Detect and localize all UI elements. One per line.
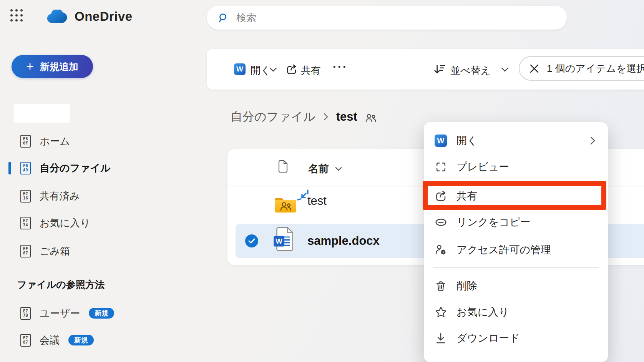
annotation-highlight-box — [423, 181, 606, 210]
shared-folder-icon — [274, 196, 297, 213]
new-badge: 新規 — [89, 308, 114, 319]
chevron-down-icon[interactable] — [501, 67, 509, 72]
app-launcher-waffle-icon[interactable] — [10, 9, 23, 22]
add-new-button[interactable]: + 新規追加 — [12, 55, 93, 78]
plus-icon: + — [26, 60, 34, 73]
recycle-bin-icon: EF87 — [20, 245, 31, 257]
sidebar-item-favorites[interactable]: E734 お気に入り — [0, 212, 90, 234]
onedrive-window: OneDrive + 新規追加 E80F ホーム F0A9 自分のファイル E7… — [0, 0, 644, 362]
context-menu: W 開く プレビュー 共有 — [424, 122, 608, 362]
more-actions-button[interactable]: ··· — [333, 60, 348, 73]
selected-check-icon[interactable] — [245, 234, 258, 247]
submenu-chevron-right-icon — [590, 136, 596, 145]
menu-divider — [433, 267, 599, 268]
menu-item-delete[interactable]: 削除 — [424, 273, 608, 299]
menu-item-open[interactable]: W 開く — [424, 128, 608, 154]
trash-icon — [434, 281, 448, 292]
menu-item-preview[interactable]: プレビュー — [424, 154, 608, 180]
word-file-icon: W — [273, 227, 294, 251]
people-nav-icon: E77B — [20, 307, 31, 320]
word-app-icon: W — [435, 135, 447, 147]
my-files-icon: F0A9 — [20, 162, 31, 174]
selection-count-text: 1 個のアイテムを選択 — [547, 62, 644, 75]
sidebar-item-people[interactable]: E77B ユーザー 新規 — [0, 302, 114, 324]
word-app-icon: W — [234, 63, 246, 75]
shared-icon: E716 — [20, 190, 31, 203]
app-title: OneDrive — [75, 9, 133, 24]
command-toolbar: W 開く 共有 ··· 並べ替え 1 個のアイテムを選択 — [207, 49, 644, 90]
menu-item-copy-link[interactable]: リンクをコピー — [424, 209, 608, 235]
onedrive-cloud-icon — [47, 10, 68, 23]
star-icon — [434, 306, 448, 318]
share-button[interactable]: 共有 — [301, 64, 321, 77]
name-column-header[interactable]: 名前 — [308, 162, 329, 176]
folder-row-name[interactable]: test — [307, 194, 327, 208]
home-icon: E80F — [20, 135, 31, 148]
preview-icon — [434, 161, 448, 173]
menu-item-favorite[interactable]: お気に入り — [424, 299, 608, 325]
chevron-down-icon[interactable] — [335, 167, 342, 171]
meetings-nav-icon: E787 — [20, 334, 31, 347]
sidebar-item-shared[interactable]: E716 共有済み — [0, 185, 80, 207]
redacted-user-label — [14, 104, 70, 123]
favorites-icon: E734 — [20, 217, 31, 229]
document-type-column-icon — [278, 160, 288, 173]
menu-item-manage-access[interactable]: アクセス許可の管理 — [424, 237, 608, 263]
selection-count-pill[interactable]: 1 個のアイテムを選択 — [519, 56, 644, 81]
sidebar-item-meetings[interactable]: E787 会議 新規 — [0, 329, 94, 351]
onedrive-logo[interactable]: OneDrive — [47, 9, 133, 24]
browse-files-section-title: ファイルの参照方法 — [17, 278, 105, 291]
open-button[interactable]: 開く — [251, 64, 271, 77]
dismiss-selection-icon[interactable] — [529, 64, 539, 73]
share-icon — [286, 64, 297, 75]
sort-icon — [433, 63, 446, 75]
sidebar-item-home[interactable]: E80F ホーム — [0, 130, 70, 152]
file-row-name[interactable]: sample.docx — [307, 234, 380, 248]
link-icon — [434, 218, 448, 227]
new-badge: 新規 — [68, 335, 94, 345]
breadcrumb-my-files[interactable]: 自分のファイル — [231, 109, 315, 125]
svg-text:W: W — [276, 237, 282, 245]
search-input[interactable] — [236, 12, 506, 24]
download-icon — [434, 332, 448, 344]
chevron-right-icon — [323, 113, 329, 121]
menu-item-download[interactable]: ダウンロード — [424, 325, 608, 351]
sidebar-item-recycle-bin[interactable]: EF87 ごみ箱 — [0, 240, 70, 262]
search-bar[interactable] — [207, 6, 567, 30]
breadcrumb: 自分のファイル test — [231, 108, 377, 126]
sidebar-item-my-files[interactable]: F0A9 自分のファイル — [0, 157, 111, 179]
sort-button[interactable]: 並べ替え — [450, 64, 491, 77]
breadcrumb-current-folder[interactable]: test — [336, 110, 357, 124]
person-gear-icon — [434, 244, 448, 256]
shared-people-icon — [365, 113, 377, 123]
chevron-down-icon[interactable] — [269, 67, 277, 72]
search-icon — [218, 13, 229, 23]
